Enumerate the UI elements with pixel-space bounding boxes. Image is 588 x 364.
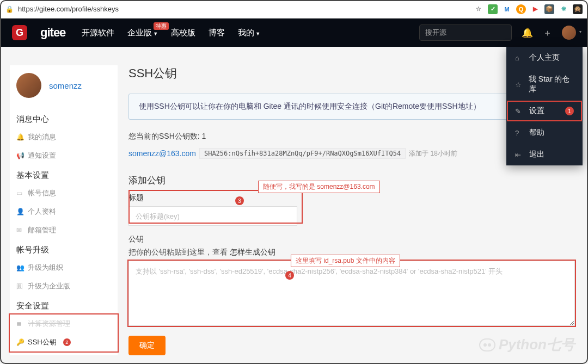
annotation-label-4: 这里填写 id_rsa.pub 文件中的内容 <box>291 255 400 267</box>
sidebar-item-account[interactable]: ▭帐号信息 <box>10 184 118 202</box>
bell-icon[interactable]: 🔔 <box>522 27 533 39</box>
annotation-badge-1: 1 <box>565 107 574 115</box>
lock-icon: 🔒 <box>5 5 14 13</box>
building-icon: 圓 <box>16 282 23 291</box>
star-icon[interactable]: ☆ <box>474 4 483 14</box>
logout-icon: ⇤ <box>515 151 523 159</box>
extension-icons: ☆ ✓ M Q ▶ 📦 ❋ 🙊 <box>474 4 583 14</box>
wechat-icon <box>479 338 495 351</box>
page-header: G gitee 开源软件 企业版▼ 特惠 高校版 博客 我的▼ 搜开源 🔔 ＋ <box>0 18 588 47</box>
key-meta: 添加于 18小时前 <box>409 149 457 158</box>
annotation-num-4: 4 <box>285 271 294 280</box>
help-link[interactable]: 怎样生成公钥 <box>230 248 275 256</box>
sidebar-item-email[interactable]: ✉邮箱管理 <box>10 221 118 239</box>
sidebar-section: 消息中心 <box>10 109 118 128</box>
group-icon: 👥 <box>16 264 23 272</box>
watermark: Python七号 <box>479 335 575 354</box>
annotation-badge-2: 2 <box>63 338 71 346</box>
sidebar-item-ent[interactable]: 圓升级为企业版 <box>10 277 118 295</box>
gitee-logo-text[interactable]: gitee <box>40 26 65 40</box>
gitee-logo-icon[interactable]: G <box>12 25 27 40</box>
nav-opensource[interactable]: 开源软件 <box>82 28 114 38</box>
star-icon: ☆ <box>515 81 522 89</box>
sidebar-item-notify[interactable]: 📢通知设置 <box>10 146 118 165</box>
profile-username[interactable]: somenzz <box>49 81 82 90</box>
publickey-textarea[interactable] <box>128 261 575 326</box>
title-input[interactable] <box>128 206 297 226</box>
sidebar-item-org[interactable]: 👥升级为组织 <box>10 258 118 277</box>
key-email[interactable]: somenzz@163.com <box>128 149 196 158</box>
key-icon: 🔑 <box>16 338 23 346</box>
annotation-num-3: 3 <box>235 196 244 205</box>
ext-icon[interactable]: ✓ <box>488 4 498 14</box>
dropdown-logout[interactable]: ⇤退出 <box>506 144 583 165</box>
stack-icon: ≣ <box>16 320 23 328</box>
dropdown-settings[interactable]: ✎设置1 <box>506 100 583 122</box>
nav-edu[interactable]: 高校版 <box>171 28 195 38</box>
header-nav: 开源软件 企业版▼ 特惠 高校版 博客 我的▼ <box>82 28 260 38</box>
sidebar-section: 帐号升级 <box>10 239 118 258</box>
id-icon: ▭ <box>16 189 23 197</box>
ext-icon[interactable]: 📦 <box>544 4 554 14</box>
mail-icon: ✉ <box>16 226 23 234</box>
nav-enterprise[interactable]: 企业版▼ 特惠 <box>127 28 158 38</box>
sound-icon: 📢 <box>16 152 23 159</box>
avatar[interactable] <box>16 73 41 98</box>
ext-icon[interactable]: ▶ <box>530 4 540 14</box>
dropdown-help[interactable]: ?帮助 <box>506 122 583 144</box>
ext-icon[interactable]: M <box>502 4 512 14</box>
plus-icon[interactable]: ＋ <box>543 27 552 39</box>
annotation-label-3: 随便写，我写的是 somenzz@163.com <box>258 181 380 193</box>
sidebar-item-messages[interactable]: 🔔我的消息 <box>10 128 118 146</box>
sidebar-section: 基本设置 <box>10 165 118 184</box>
nav-mine[interactable]: 我的▼ <box>238 28 260 38</box>
sidebar-item-profile[interactable]: 👤个人资料 <box>10 202 118 221</box>
edit-icon: ✎ <box>515 107 523 115</box>
sidebar-section: 安全设置 <box>10 295 118 314</box>
ext-icon[interactable]: ❋ <box>559 4 568 14</box>
submit-button[interactable]: 确定 <box>128 336 166 355</box>
url-text: https://gitee.com/profile/sshkeys <box>18 5 469 13</box>
nav-blog[interactable]: 博客 <box>209 28 225 38</box>
bell-icon: 🔔 <box>16 133 23 141</box>
title-label: 标题 <box>128 193 578 203</box>
sidebar: somenzz 消息中心 🔔我的消息 📢通知设置 基本设置 ▭帐号信息 👤个人资… <box>10 65 118 355</box>
search-input[interactable]: 搜开源 <box>419 24 512 41</box>
profile-block: somenzz <box>10 65 118 109</box>
user-icon: 👤 <box>16 208 23 215</box>
sidebar-item-compute[interactable]: ≣计算资源管理 <box>10 314 118 333</box>
avatar[interactable] <box>562 26 576 40</box>
ext-icon[interactable]: 🙊 <box>573 4 583 14</box>
dropdown-home[interactable]: ⌂个人主页 <box>506 47 583 69</box>
ext-icon[interactable]: Q <box>516 4 526 14</box>
key-label: 公钥 <box>128 235 578 244</box>
home-icon: ⌂ <box>515 54 523 62</box>
dropdown-star[interactable]: ☆我 Star 的仓库 <box>506 69 583 100</box>
help-icon: ? <box>515 129 523 137</box>
browser-address-bar: 🔒 https://gitee.com/profile/sshkeys ☆ ✓ … <box>0 0 588 18</box>
key-hash: SHA256:nQsfih+831a28MZnQq/pF9+/RNaQXOgSm… <box>199 148 406 159</box>
special-badge: 特惠 <box>154 22 169 30</box>
sidebar-item-sshkeys[interactable]: 🔑SSH公钥2 <box>10 333 118 351</box>
user-dropdown: ⌂个人主页 ☆我 Star 的仓库 ✎设置1 ?帮助 ⇤退出 <box>506 47 583 165</box>
